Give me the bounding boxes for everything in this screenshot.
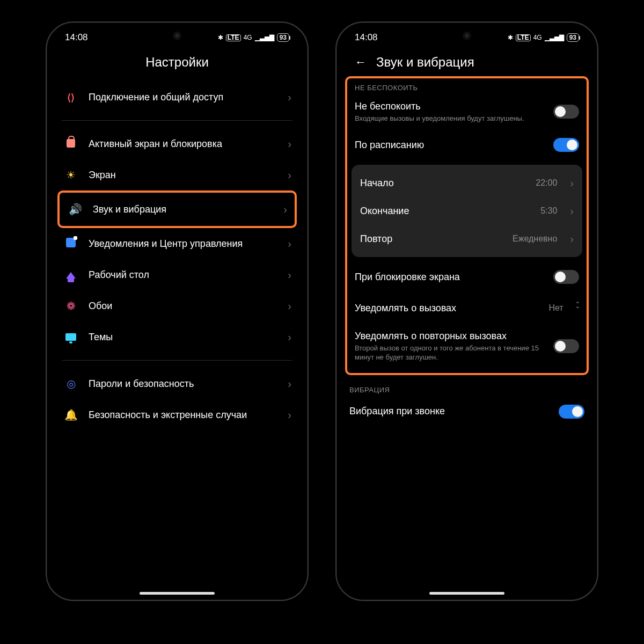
row-home-screen[interactable]: Рабочий стол › bbox=[57, 259, 297, 290]
row-safety-emergency[interactable]: 🔔 Безопасность и экстренные случаи › bbox=[57, 399, 297, 430]
row-end-time[interactable]: Окончание 5:30 › bbox=[352, 197, 582, 225]
status-indicators: ✱ LTE 4G ▁▃▅▇ 93 bbox=[218, 33, 289, 42]
theme-icon bbox=[63, 331, 79, 343]
divider bbox=[62, 360, 292, 361]
chevron-right-icon: › bbox=[570, 205, 574, 217]
chevron-right-icon: › bbox=[288, 331, 291, 343]
back-button[interactable]: ← bbox=[355, 55, 367, 69]
status-time: 14:08 bbox=[65, 32, 88, 43]
chevron-right-icon: › bbox=[288, 300, 291, 312]
share-icon bbox=[63, 91, 79, 104]
label: Подключение и общий доступ bbox=[89, 91, 278, 104]
label: Рабочий стол bbox=[89, 269, 278, 281]
fingerprint-icon: ◎ bbox=[63, 377, 79, 390]
toggle-dnd[interactable] bbox=[553, 105, 579, 119]
settings-list: Подключение и общий доступ › Активный эк… bbox=[54, 74, 300, 430]
network-label: 4G bbox=[533, 34, 542, 41]
page-title: Звук и вибрация bbox=[376, 55, 474, 70]
home-icon bbox=[63, 269, 79, 281]
row-display[interactable]: ☀ Экран › bbox=[57, 159, 297, 191]
notify-calls-value: Нет bbox=[548, 303, 563, 313]
row-when-locked[interactable]: При блокировке экрана bbox=[349, 261, 584, 292]
chevron-right-icon: › bbox=[288, 409, 291, 421]
label: Обои bbox=[89, 300, 278, 312]
label: Звук и вибрация bbox=[93, 203, 274, 216]
camera-dot bbox=[463, 32, 471, 40]
status-indicators: ✱ LTE 4G ▁▃▅▇ 93 bbox=[508, 33, 579, 42]
wallpaper-icon: ❁ bbox=[63, 299, 79, 312]
battery-indicator: 93 bbox=[567, 33, 579, 42]
sun-icon: ☀ bbox=[63, 169, 79, 181]
chevron-right-icon: › bbox=[288, 91, 291, 104]
lte-badge: LTE bbox=[516, 34, 531, 41]
chevron-right-icon: › bbox=[570, 177, 574, 189]
bluetooth-icon: ✱ bbox=[508, 34, 513, 41]
battery-indicator: 93 bbox=[277, 33, 289, 42]
label: Уведомлять о повторных вызовах bbox=[355, 330, 544, 342]
label: Окончание bbox=[360, 205, 531, 217]
label: Экран bbox=[89, 169, 278, 181]
toggle-when-locked[interactable] bbox=[553, 270, 579, 284]
schedule-title: По расписанию bbox=[355, 139, 544, 151]
sub: Второй вызов от одного и того же абонент… bbox=[355, 344, 544, 362]
phone-left: 14:08 ✱ LTE 4G ▁▃▅▇ 93 Настройки Подключ… bbox=[46, 21, 309, 601]
row-notifications-control-center[interactable]: Уведомления и Центр управления › bbox=[57, 228, 297, 259]
dnd-title: Не беспокоить bbox=[355, 100, 544, 113]
notification-center-icon bbox=[63, 238, 79, 250]
page-title: Настройки bbox=[145, 55, 209, 70]
label: Уведомлять о вызовах bbox=[355, 302, 539, 314]
network-label: 4G bbox=[244, 34, 252, 41]
title-bar: Настройки bbox=[54, 45, 300, 74]
row-active-screen-lock[interactable]: Активный экран и блокировка › bbox=[57, 128, 297, 159]
row-repeated-calls[interactable]: Уведомлять о повторных вызовах Второй вы… bbox=[349, 324, 584, 368]
row-dnd[interactable]: Не беспокоить Входящие вызовы и уведомле… bbox=[349, 94, 584, 129]
chevron-right-icon: › bbox=[283, 203, 287, 216]
chevron-right-icon: › bbox=[288, 238, 291, 250]
toggle-schedule[interactable] bbox=[553, 138, 579, 152]
chevron-right-icon: › bbox=[288, 269, 291, 281]
schedule-card: Начало 22:00 › Окончание 5:30 › Повтор Е… bbox=[352, 165, 582, 257]
status-time: 14:08 bbox=[355, 32, 378, 43]
section-dnd-label: НЕ БЕСПОКОИТЬ bbox=[349, 79, 584, 94]
alarm-icon: 🔔 bbox=[63, 408, 79, 421]
chevron-right-icon: › bbox=[288, 169, 291, 181]
label: Повтор bbox=[360, 233, 503, 245]
camera-dot bbox=[173, 32, 181, 40]
label: При блокировке экрана bbox=[355, 271, 544, 283]
toggle-vibrate-on-ring[interactable] bbox=[559, 405, 584, 419]
label: Начало bbox=[360, 177, 526, 189]
home-indicator[interactable] bbox=[429, 592, 504, 595]
row-vibrate-on-ring[interactable]: Вибрация при звонке bbox=[344, 396, 590, 427]
chevron-right-icon: › bbox=[570, 233, 574, 245]
label: Активный экран и блокировка bbox=[89, 138, 278, 150]
row-sound-vibration[interactable]: 🔊 Звук и вибрация › bbox=[62, 194, 292, 225]
row-themes[interactable]: Темы › bbox=[57, 321, 297, 353]
row-wallpaper[interactable]: ❁ Обои › bbox=[57, 290, 297, 321]
row-connection-sharing[interactable]: Подключение и общий доступ › bbox=[57, 82, 297, 113]
highlight-dnd-section: НЕ БЕСПОКОИТЬ Не беспокоить Входящие выз… bbox=[345, 76, 589, 375]
chevron-right-icon: › bbox=[288, 138, 291, 150]
row-start-time[interactable]: Начало 22:00 › bbox=[352, 169, 582, 197]
label: Безопасность и экстренные случаи bbox=[89, 409, 278, 421]
chevron-right-icon: › bbox=[288, 378, 291, 390]
phone-right: 14:08 ✱ LTE 4G ▁▃▅▇ 93 ← Звук и вибрация… bbox=[335, 21, 598, 601]
label: Уведомления и Центр управления bbox=[89, 238, 278, 250]
speaker-icon: 🔊 bbox=[67, 203, 83, 216]
toggle-repeated-calls[interactable] bbox=[553, 339, 579, 353]
home-indicator[interactable] bbox=[140, 592, 215, 595]
row-notify-calls[interactable]: Уведомлять о вызовах Нет ˆˇ bbox=[349, 292, 584, 324]
updown-icon: ˆˇ bbox=[576, 303, 579, 313]
start-value: 22:00 bbox=[536, 178, 557, 188]
bluetooth-icon: ✱ bbox=[218, 34, 223, 41]
label: Вибрация при звонке bbox=[349, 405, 549, 418]
title-bar: ← Звук и вибрация bbox=[344, 45, 590, 74]
signal-icon: ▁▃▅▇ bbox=[545, 34, 564, 41]
label: Пароли и безопасность bbox=[89, 378, 278, 390]
row-repeat[interactable]: Повтор Ежедневно › bbox=[352, 225, 582, 253]
row-passwords-security[interactable]: ◎ Пароли и безопасность › bbox=[57, 368, 297, 399]
row-schedule[interactable]: По расписанию bbox=[349, 129, 584, 160]
lock-icon bbox=[63, 138, 79, 150]
highlight-sound-vibration: 🔊 Звук и вибрация › bbox=[57, 191, 297, 228]
dnd-sub: Входящие вызовы и уведомления будут загл… bbox=[355, 114, 544, 123]
divider bbox=[62, 120, 292, 121]
